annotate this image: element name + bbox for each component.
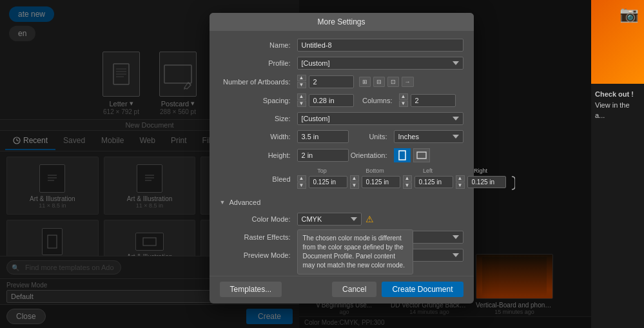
create-document-button[interactable]: Create Document [382, 282, 463, 297]
bleed-left-input[interactable] [415, 176, 453, 188]
artboards-label: Number of Artboards: [220, 78, 297, 86]
size-row: Size: [Custom] Letter A4 [220, 112, 463, 125]
size-select[interactable]: [Custom] Letter A4 [297, 112, 463, 125]
bleed-top-up[interactable]: ▲ [297, 175, 306, 182]
preview-mode-label2: Preview Mode: [220, 251, 297, 259]
units-label: Units: [349, 133, 394, 140]
profile-select[interactable]: [Custom] [297, 57, 463, 70]
bleed-row: Bleed Top ▲▼ Bottom ▲▼ [220, 168, 463, 191]
color-mode-tooltip: The chosen color mode is different from … [297, 229, 413, 275]
spacing-label: Spacing: [220, 97, 297, 104]
spacing-stepper: ▲ ▼ [297, 93, 306, 107]
bleed-right-up[interactable]: ▲ [456, 175, 465, 182]
name-input[interactable] [297, 39, 463, 52]
name-row: Name: [220, 39, 463, 52]
chevron-down-icon: ▼ [220, 199, 226, 206]
bleed-right-down[interactable]: ▼ [456, 182, 465, 189]
landscape-icon [416, 151, 427, 159]
check-out-text: Check out ! [595, 89, 640, 100]
right-orange-banner: 📷 [591, 0, 644, 84]
modal-body: Name: Profile: [Custom] Number of Artboa… [210, 31, 474, 273]
columns-input-wrap: ▲ ▼ [399, 93, 456, 107]
color-mode-select[interactable]: CMYK RGB [297, 213, 362, 226]
name-label: Name: [220, 41, 297, 49]
spacing-columns-row: Spacing: ▲ ▼ Columns: ▲ ▼ [220, 93, 463, 107]
orientation-label: Orientation: [349, 151, 394, 159]
bleed-left-field: Left ▲▼ [403, 168, 453, 191]
portrait-button[interactable] [394, 148, 411, 162]
right-text-area: Check out ! View in the a... [591, 84, 644, 126]
bleed-right-input[interactable] [467, 176, 506, 188]
orientation-buttons [394, 148, 430, 162]
profile-label: Profile: [220, 59, 297, 67]
warning-icon[interactable]: ⚠ [366, 214, 374, 224]
spacing-input-wrap: ▲ ▼ [297, 93, 354, 107]
columns-input[interactable] [411, 94, 456, 107]
height-orientation-row: Height: Orientation: [220, 148, 463, 162]
landscape-button[interactable] [413, 148, 430, 162]
camera-icon: 📷 [620, 5, 639, 23]
artboards-stepper: ▲ ▼ [297, 75, 306, 88]
size-label: Size: [220, 115, 297, 122]
color-mode-row: Color Mode: CMYK RGB ⚠ The chosen color … [220, 213, 463, 226]
footer-left: Templates... [220, 282, 282, 297]
bleed-left-label: Left [423, 168, 433, 174]
bleed-right-field: Right ▲▼ [456, 168, 506, 191]
advanced-label: Advanced [229, 198, 260, 206]
color-mode-label: Color Mode: [220, 215, 297, 223]
columns-increment[interactable]: ▲ [399, 93, 408, 100]
artboards-input[interactable] [309, 75, 354, 88]
artboards-row: Number of Artboards: ▲ ▼ ⊞ ⊟ ⊡ → [220, 75, 463, 88]
width-input[interactable] [297, 130, 349, 143]
bleed-bottom-down[interactable]: ▼ [350, 182, 359, 189]
artboard-col-icon[interactable]: ⊡ [387, 77, 399, 87]
bleed-left-down[interactable]: ▼ [403, 182, 412, 189]
bleed-top-field: Top ▲▼ [297, 168, 347, 191]
artboard-layout-icons: ⊞ ⊟ ⊡ → [359, 77, 414, 87]
columns-label: Columns: [354, 97, 399, 104]
svg-rect-25 [399, 151, 405, 160]
bleed-bottom-input[interactable] [362, 176, 400, 188]
bleed-bottom-field: Bottom ▲▼ [350, 168, 400, 191]
bleed-top-input[interactable] [309, 176, 347, 188]
bleed-bottom-up[interactable]: ▲ [350, 175, 359, 182]
bleed-link-icon[interactable] [509, 168, 515, 191]
artboards-input-wrap: ▲ ▼ ⊞ ⊟ ⊡ → [297, 75, 414, 88]
portrait-icon [398, 150, 406, 160]
height-input[interactable] [297, 149, 349, 162]
bleed-top-label: Top [317, 168, 327, 174]
artboards-decrement[interactable]: ▼ [297, 82, 306, 88]
spacing-input[interactable] [309, 94, 354, 107]
columns-decrement[interactable]: ▼ [399, 101, 408, 107]
modal-footer: Templates... Cancel Create Document [210, 276, 474, 304]
bleed-bottom-label: Bottom [366, 168, 384, 174]
spacing-decrement[interactable]: ▼ [297, 101, 306, 107]
width-label: Width: [220, 133, 297, 140]
footer-right: Cancel Create Document [332, 282, 463, 297]
height-label: Height: [220, 151, 297, 159]
bleed-left-up[interactable]: ▲ [403, 175, 412, 182]
more-settings-modal: More Settings Name: Profile: [Custom] Nu… [210, 13, 474, 304]
columns-stepper: ▲ ▼ [399, 93, 408, 107]
artboard-arrange-icon[interactable]: → [402, 77, 414, 87]
modal-overlay: More Settings Name: Profile: [Custom] Nu… [0, 0, 644, 328]
bleed-right-label: Right [474, 168, 487, 174]
units-select[interactable]: Inches Points Pixels Millimeters Centime… [394, 130, 463, 143]
advanced-toggle[interactable]: ▼ Advanced [220, 196, 463, 209]
modal-title: More Settings [210, 13, 474, 31]
profile-row: Profile: [Custom] [220, 57, 463, 70]
raster-effects-label: Raster Effects: [220, 233, 297, 241]
bleed-inputs: Top ▲▼ Bottom ▲▼ Left [297, 168, 515, 191]
bleed-label: Bleed [220, 175, 297, 183]
templates-button[interactable]: Templates... [220, 282, 282, 297]
bleed-top-down[interactable]: ▼ [297, 182, 306, 189]
width-units-row: Width: Units: Inches Points Pixels Milli… [220, 130, 463, 143]
artboards-increment[interactable]: ▲ [297, 75, 306, 81]
right-panel: 📷 Check out ! View in the a... [591, 0, 644, 328]
view-in-text: View in the a... [595, 100, 640, 121]
cancel-button[interactable]: Cancel [332, 282, 376, 297]
svg-rect-26 [417, 152, 426, 159]
artboard-grid-icon[interactable]: ⊞ [359, 77, 371, 87]
artboard-row-icon[interactable]: ⊟ [373, 77, 385, 87]
spacing-increment[interactable]: ▲ [297, 93, 306, 100]
